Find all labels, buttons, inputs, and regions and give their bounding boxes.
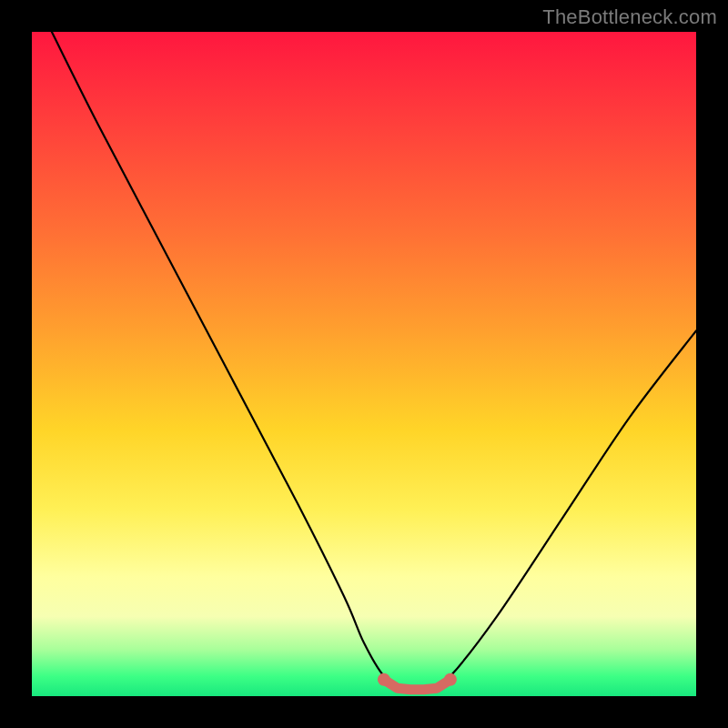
plot-area <box>32 32 696 696</box>
watermark-text: TheBottleneck.com <box>542 5 717 29</box>
optimal-band-end-dot <box>444 673 457 686</box>
optimal-band-start-dot <box>378 673 390 686</box>
curve-path <box>52 32 696 692</box>
chart-frame: TheBottleneck.com <box>0 0 728 728</box>
bottleneck-curve <box>32 32 696 696</box>
optimal-band-marker <box>378 673 457 690</box>
optimal-band-stroke <box>384 680 450 690</box>
